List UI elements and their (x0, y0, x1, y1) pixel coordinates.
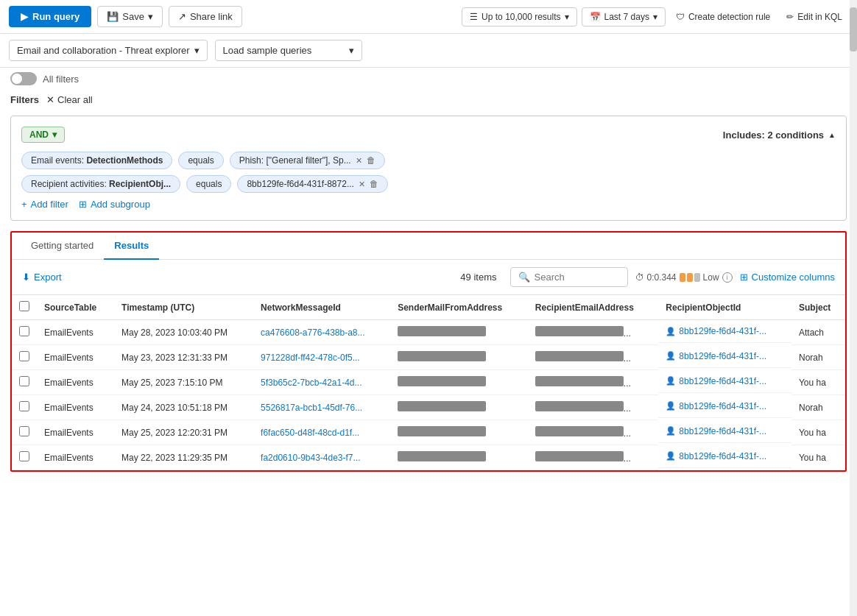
network-id-link-2[interactable]: 5f3b65c2-7bcb-42a1-4d... (261, 378, 362, 388)
chevron-up-icon[interactable]: ▲ (828, 131, 836, 139)
source-dropdown[interactable]: Email and collaboration - Threat explore… (9, 40, 208, 61)
cell-recipient-email-1: ... (528, 345, 659, 370)
and-label: AND (29, 130, 49, 140)
network-id-link-0[interactable]: ca476608-a776-438b-a8... (261, 328, 364, 338)
cell-source-2: EmailEvents (37, 370, 114, 395)
cell-recipient-obj-5[interactable]: 👤 8bb129fe-f6d4-431f-... (658, 445, 791, 468)
cell-sender-1 (390, 345, 528, 370)
recipient-obj-link-4[interactable]: 8bb129fe-f6d4-431f-... (679, 426, 766, 436)
filters-label: Filters (10, 94, 39, 105)
cell-network-id-0[interactable]: ca476608-a776-438b-a8... (253, 320, 390, 345)
row-checkbox-0[interactable] (12, 320, 37, 345)
cell-network-id-1[interactable]: 971228df-ff42-478c-0f5... (253, 345, 390, 370)
row-checkbox-1[interactable] (12, 345, 37, 370)
cell-network-id-3[interactable]: 5526817a-bcb1-45df-76... (253, 395, 390, 420)
run-query-button[interactable]: ▶ Run query (9, 6, 91, 27)
edit-kql-button[interactable]: ✏ Edit in KQL (780, 8, 848, 26)
create-detection-button[interactable]: 🛡 Create detection rule (670, 8, 776, 26)
table-row: EmailEvents May 25, 2023 12:20:31 PM f6f… (12, 420, 845, 445)
col-network-message-id[interactable]: NetworkMessageId (253, 295, 390, 320)
delete-condition-1-icon[interactable]: 🗑 (367, 155, 375, 166)
add-filter-button[interactable]: + Add filter (21, 199, 68, 210)
scrollbar-thumb[interactable] (850, 7, 857, 52)
network-id-link-1[interactable]: 971228df-ff42-478c-0f5... (261, 353, 360, 363)
remove-value-1-icon[interactable]: ✕ (356, 156, 362, 166)
cell-recipient-obj-2[interactable]: 👤 8bb129fe-f6d4-431f-... (658, 370, 791, 393)
col-timestamp[interactable]: Timestamp (UTC) (114, 295, 253, 320)
row-select-2[interactable] (19, 376, 29, 386)
col-recipient-email[interactable]: RecipientEmailAddress (528, 295, 659, 320)
cell-timestamp-4: May 25, 2023 12:20:31 PM (114, 420, 253, 445)
cell-network-id-5[interactable]: fa2d0610-9b43-4de3-f7... (253, 445, 390, 470)
export-button[interactable]: ⬇ Export (22, 272, 62, 283)
cell-subject-2: You ha (791, 370, 845, 395)
remove-value-2-icon[interactable]: ✕ (359, 180, 365, 189)
col-source-table[interactable]: SourceTable (37, 295, 114, 320)
recipient-obj-link-0[interactable]: 8bb129fe-f6d4-431f-... (679, 326, 766, 336)
all-filters-toggle[interactable] (10, 72, 37, 85)
cell-recipient-email-4: ... (528, 420, 659, 445)
select-all-col[interactable] (12, 295, 37, 320)
save-button[interactable]: 💾 Save ▾ (97, 6, 163, 27)
edit-icon: ✏ (786, 12, 794, 22)
filter-field-1[interactable]: Email events: DetectionMethods (21, 152, 172, 169)
filter-value-2[interactable]: 8bb129fe-f6d4-431f-8872... ✕ 🗑 (237, 175, 387, 193)
customize-columns-button[interactable]: ⊞ Customize columns (740, 272, 835, 283)
filter-field-2[interactable]: Recipient activities: RecipientObj... (21, 175, 180, 193)
search-box[interactable]: 🔍 (510, 267, 628, 287)
cell-recipient-obj-3[interactable]: 👤 8bb129fe-f6d4-431f-... (658, 395, 791, 418)
network-id-link-4[interactable]: f6fac650-d48f-48cd-d1f... (261, 428, 359, 438)
search-input[interactable] (535, 272, 620, 283)
filter-operator-1: equals (178, 152, 223, 169)
row-select-5[interactable] (19, 451, 29, 461)
delete-condition-2-icon[interactable]: 🗑 (370, 179, 378, 189)
row-select-3[interactable] (19, 401, 29, 411)
results-limit-label: Up to 10,000 results (482, 12, 560, 22)
add-subgroup-button[interactable]: ⊞ Add subgroup (79, 199, 150, 210)
load-queries-dropdown[interactable]: Load sample queries ▾ (215, 40, 362, 61)
row-checkbox-3[interactable] (12, 395, 37, 420)
tab-results[interactable]: Results (104, 233, 159, 260)
items-count: 49 items (460, 272, 496, 283)
subgroup-icon: ⊞ (79, 199, 87, 210)
table-row: EmailEvents May 23, 2023 12:31:33 PM 971… (12, 345, 845, 370)
share-link-button[interactable]: ↗ Share link (169, 6, 242, 27)
filter-value-1[interactable]: Phish: ["General filter"], Sp... ✕ 🗑 (230, 152, 385, 169)
row-checkbox-4[interactable] (12, 420, 37, 445)
cell-recipient-obj-0[interactable]: 👤 8bb129fe-f6d4-431f-... (658, 320, 791, 343)
network-id-link-3[interactable]: 5526817a-bcb1-45df-76... (261, 403, 362, 413)
results-limit-selector[interactable]: ☰ Up to 10,000 results ▾ (462, 7, 576, 26)
clear-all-button[interactable]: ✕ Clear all (46, 94, 93, 105)
row-checkbox-2[interactable] (12, 370, 37, 395)
select-all-checkbox[interactable] (19, 301, 29, 311)
cell-recipient-obj-4[interactable]: 👤 8bb129fe-f6d4-431f-... (658, 420, 791, 443)
table-row: EmailEvents May 22, 2023 11:29:35 PM fa2… (12, 445, 845, 470)
and-badge[interactable]: AND ▾ (21, 127, 65, 143)
tab-getting-started[interactable]: Getting started (21, 233, 104, 260)
timing-bars (680, 273, 700, 282)
toolbar-right: ☰ Up to 10,000 results ▾ 📅 Last 7 days ▾… (462, 7, 848, 26)
recipient-obj-link-5[interactable]: 8bb129fe-f6d4-431f-... (679, 451, 766, 461)
cell-source-4: EmailEvents (37, 420, 114, 445)
network-id-link-5[interactable]: fa2d0610-9b43-4de3-f7... (261, 453, 360, 463)
row-select-4[interactable] (19, 426, 29, 436)
cell-network-id-4[interactable]: f6fac650-d48f-48cd-d1f... (253, 420, 390, 445)
row-select-0[interactable] (19, 326, 29, 336)
time-range-selector[interactable]: 📅 Last 7 days ▾ (582, 7, 666, 26)
row-checkbox-5[interactable] (12, 445, 37, 470)
cell-recipient-obj-1[interactable]: 👤 8bb129fe-f6d4-431f-... (658, 345, 791, 368)
col-sender-mail[interactable]: SenderMailFromAddress (390, 295, 528, 320)
col-subject[interactable]: Subject (791, 295, 845, 320)
scrollbar-track[interactable] (850, 0, 857, 482)
recipient-obj-link-3[interactable]: 8bb129fe-f6d4-431f-... (679, 401, 766, 411)
info-icon[interactable]: i (722, 272, 733, 283)
cell-network-id-2[interactable]: 5f3b65c2-7bcb-42a1-4d... (253, 370, 390, 395)
recipient-obj-link-2[interactable]: 8bb129fe-f6d4-431f-... (679, 376, 766, 386)
recipient-obj-link-1[interactable]: 8bb129fe-f6d4-431f-... (679, 351, 766, 361)
recipient-email-blurred-5 (535, 451, 624, 461)
col-recipient-obj[interactable]: RecipientObjectId (658, 295, 791, 320)
recipient-email-blurred-3 (535, 401, 624, 411)
time-range-label: Last 7 days (604, 12, 649, 22)
filter-box-header: AND ▾ Includes: 2 conditions ▲ (21, 127, 836, 143)
row-select-1[interactable] (19, 351, 29, 361)
